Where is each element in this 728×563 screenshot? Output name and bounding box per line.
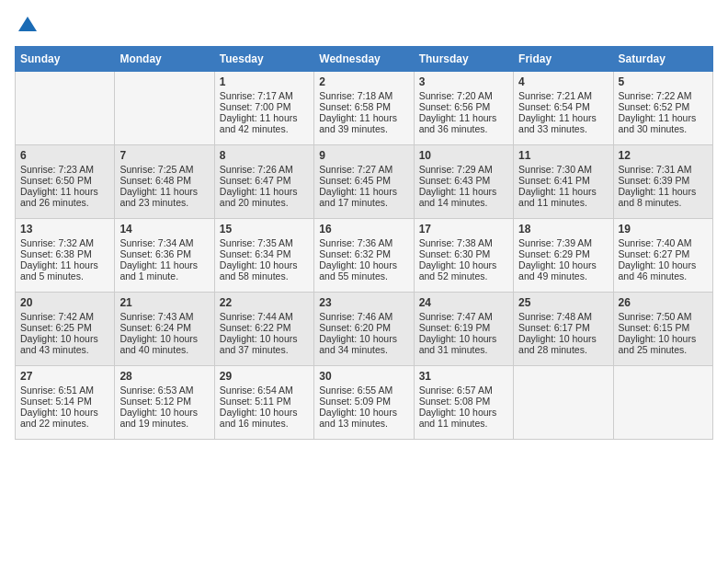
- calendar-cell: 29Sunrise: 6:54 AMSunset: 5:11 PMDayligh…: [214, 366, 313, 440]
- calendar-cell: 30Sunrise: 6:55 AMSunset: 5:09 PMDayligh…: [314, 366, 414, 440]
- cell-content: Sunset: 6:45 PM: [319, 175, 408, 186]
- day-number: 16: [319, 223, 408, 236]
- cell-content: Daylight: 10 hours and 16 minutes.: [220, 407, 309, 429]
- day-number: 21: [119, 296, 209, 309]
- calendar-table: SundayMondayTuesdayWednesdayThursdayFrid…: [15, 46, 713, 440]
- day-number: 9: [319, 149, 408, 162]
- calendar-cell: 9Sunrise: 7:27 AMSunset: 6:45 PMDaylight…: [314, 145, 414, 219]
- cell-content: Sunset: 6:32 PM: [319, 248, 408, 259]
- day-number: 7: [119, 149, 209, 162]
- cell-content: Sunset: 6:27 PM: [619, 248, 708, 259]
- calendar-cell: 22Sunrise: 7:44 AMSunset: 6:22 PMDayligh…: [214, 293, 313, 366]
- svg-marker-0: [18, 17, 37, 31]
- day-number: 4: [518, 75, 608, 88]
- calendar-cell: 11Sunrise: 7:30 AMSunset: 6:41 PMDayligh…: [514, 145, 613, 219]
- calendar-cell: 16Sunrise: 7:36 AMSunset: 6:32 PMDayligh…: [314, 219, 414, 293]
- day-number: 10: [419, 149, 508, 162]
- cell-content: Sunset: 6:25 PM: [20, 322, 109, 333]
- cell-content: Sunrise: 7:42 AM: [20, 311, 109, 322]
- cell-content: Sunrise: 6:51 AM: [20, 385, 109, 396]
- day-number: 30: [319, 370, 408, 383]
- cell-content: Daylight: 10 hours and 37 minutes.: [220, 333, 309, 355]
- calendar-cell: 10Sunrise: 7:29 AMSunset: 6:43 PMDayligh…: [414, 145, 513, 219]
- cell-content: Sunset: 6:48 PM: [119, 175, 209, 186]
- day-number: 8: [220, 149, 309, 162]
- cell-content: Sunset: 6:56 PM: [419, 101, 508, 112]
- cell-content: Sunset: 5:09 PM: [319, 396, 408, 407]
- cell-content: Daylight: 11 hours and 26 minutes.: [20, 186, 109, 208]
- calendar-cell: 28Sunrise: 6:53 AMSunset: 5:12 PMDayligh…: [115, 366, 214, 440]
- day-number: 17: [419, 223, 508, 236]
- column-header-friday: Friday: [514, 47, 613, 72]
- cell-content: Daylight: 10 hours and 19 minutes.: [119, 407, 209, 429]
- cell-content: Daylight: 10 hours and 22 minutes.: [20, 407, 109, 429]
- day-number: 19: [619, 223, 708, 236]
- logo: [15, 15, 39, 37]
- cell-content: Sunset: 6:15 PM: [619, 322, 708, 333]
- cell-content: Daylight: 10 hours and 25 minutes.: [619, 333, 708, 355]
- day-number: 11: [518, 149, 608, 162]
- cell-content: Sunrise: 7:46 AM: [319, 311, 408, 322]
- cell-content: Sunset: 6:47 PM: [220, 175, 309, 186]
- calendar-row: 1Sunrise: 7:17 AMSunset: 7:00 PMDaylight…: [16, 72, 713, 145]
- cell-content: Daylight: 11 hours and 33 minutes.: [518, 112, 608, 134]
- day-number: 22: [220, 296, 309, 309]
- cell-content: Sunrise: 7:44 AM: [220, 311, 309, 322]
- cell-content: Daylight: 11 hours and 11 minutes.: [518, 186, 608, 208]
- day-number: 31: [419, 370, 508, 383]
- cell-content: Sunset: 6:17 PM: [518, 322, 608, 333]
- calendar-cell: [16, 72, 115, 145]
- cell-content: Sunset: 5:11 PM: [220, 396, 309, 407]
- calendar-row: 13Sunrise: 7:32 AMSunset: 6:38 PMDayligh…: [16, 219, 713, 293]
- day-number: 3: [419, 75, 508, 88]
- calendar-cell: 26Sunrise: 7:50 AMSunset: 6:15 PMDayligh…: [613, 293, 712, 366]
- cell-content: Sunrise: 7:35 AM: [220, 237, 309, 248]
- cell-content: Sunrise: 7:17 AM: [220, 90, 309, 101]
- calendar-cell: 31Sunrise: 6:57 AMSunset: 5:08 PMDayligh…: [414, 366, 513, 440]
- calendar-cell: 17Sunrise: 7:38 AMSunset: 6:30 PMDayligh…: [414, 219, 513, 293]
- logo-icon: [17, 15, 39, 37]
- calendar-cell: 20Sunrise: 7:42 AMSunset: 6:25 PMDayligh…: [16, 293, 115, 366]
- cell-content: Sunrise: 7:38 AM: [419, 237, 508, 248]
- calendar-cell: 14Sunrise: 7:34 AMSunset: 6:36 PMDayligh…: [115, 219, 214, 293]
- cell-content: Daylight: 11 hours and 30 minutes.: [619, 112, 708, 134]
- calendar-cell: 27Sunrise: 6:51 AMSunset: 5:14 PMDayligh…: [16, 366, 115, 440]
- cell-content: Daylight: 10 hours and 28 minutes.: [518, 333, 608, 355]
- day-number: 25: [518, 296, 608, 309]
- day-number: 5: [619, 75, 708, 88]
- cell-content: Sunrise: 6:55 AM: [319, 385, 408, 396]
- day-number: 12: [619, 149, 708, 162]
- cell-content: Sunrise: 6:57 AM: [419, 385, 508, 396]
- column-header-wednesday: Wednesday: [314, 47, 414, 72]
- calendar-row: 20Sunrise: 7:42 AMSunset: 6:25 PMDayligh…: [16, 293, 713, 366]
- cell-content: Sunrise: 7:21 AM: [518, 90, 608, 101]
- cell-content: Daylight: 10 hours and 52 minutes.: [419, 259, 508, 282]
- cell-content: Sunset: 7:00 PM: [220, 101, 309, 112]
- day-number: 14: [119, 223, 209, 236]
- cell-content: Daylight: 10 hours and 40 minutes.: [119, 333, 209, 355]
- day-number: 1: [220, 75, 309, 88]
- cell-content: Sunrise: 7:27 AM: [319, 164, 408, 175]
- cell-content: Daylight: 11 hours and 1 minute.: [119, 259, 209, 282]
- day-number: 26: [619, 296, 708, 309]
- calendar-cell: 13Sunrise: 7:32 AMSunset: 6:38 PMDayligh…: [16, 219, 115, 293]
- cell-content: Sunrise: 7:39 AM: [518, 237, 608, 248]
- day-number: 27: [20, 370, 109, 383]
- cell-content: Daylight: 10 hours and 46 minutes.: [619, 259, 708, 282]
- calendar-cell: 1Sunrise: 7:17 AMSunset: 7:00 PMDaylight…: [214, 72, 313, 145]
- cell-content: Sunset: 6:30 PM: [419, 248, 508, 259]
- cell-content: Sunset: 6:54 PM: [518, 101, 608, 112]
- calendar-cell: 12Sunrise: 7:31 AMSunset: 6:39 PMDayligh…: [613, 145, 712, 219]
- calendar-cell: 21Sunrise: 7:43 AMSunset: 6:24 PMDayligh…: [115, 293, 214, 366]
- cell-content: Daylight: 10 hours and 55 minutes.: [319, 259, 408, 282]
- calendar-cell: 4Sunrise: 7:21 AMSunset: 6:54 PMDaylight…: [514, 72, 613, 145]
- day-number: 15: [220, 223, 309, 236]
- cell-content: Daylight: 11 hours and 8 minutes.: [619, 186, 708, 208]
- cell-content: Sunset: 6:52 PM: [619, 101, 708, 112]
- cell-content: Sunrise: 7:34 AM: [119, 237, 209, 248]
- cell-content: Daylight: 11 hours and 23 minutes.: [119, 186, 209, 208]
- cell-content: Sunrise: 7:48 AM: [518, 311, 608, 322]
- cell-content: Daylight: 11 hours and 39 minutes.: [319, 112, 408, 134]
- cell-content: Sunset: 6:43 PM: [419, 175, 508, 186]
- cell-content: Daylight: 10 hours and 31 minutes.: [419, 333, 508, 355]
